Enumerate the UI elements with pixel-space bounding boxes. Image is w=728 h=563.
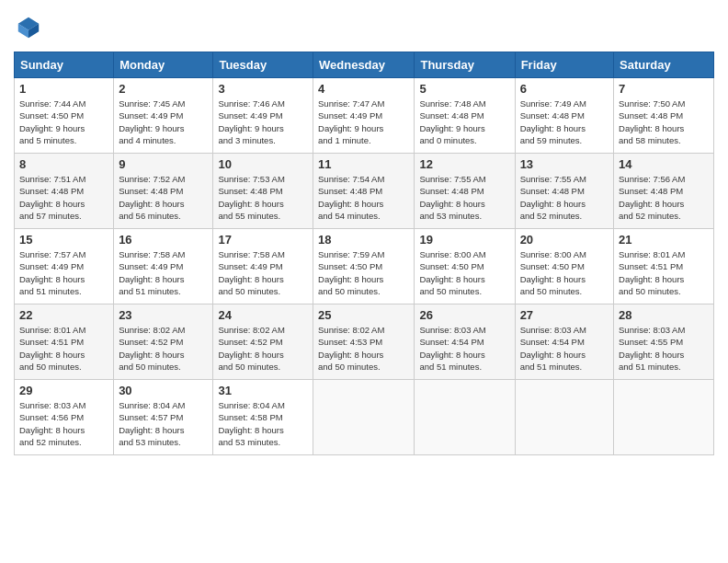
calendar-cell: 19Sunrise: 8:00 AM Sunset: 4:50 PM Dayli… bbox=[415, 229, 515, 304]
day-info: Sunrise: 8:04 AM Sunset: 4:57 PM Dayligh… bbox=[119, 399, 208, 448]
calendar-cell: 24Sunrise: 8:02 AM Sunset: 4:52 PM Dayli… bbox=[213, 304, 313, 380]
day-number: 28 bbox=[619, 308, 709, 322]
day-number: 14 bbox=[619, 157, 709, 171]
day-info: Sunrise: 7:58 AM Sunset: 4:49 PM Dayligh… bbox=[119, 248, 208, 297]
day-number: 7 bbox=[619, 82, 709, 96]
day-info: Sunrise: 8:04 AM Sunset: 4:58 PM Dayligh… bbox=[218, 399, 308, 448]
day-number: 4 bbox=[318, 82, 409, 96]
calendar-cell: 21Sunrise: 8:01 AM Sunset: 4:51 PM Dayli… bbox=[614, 229, 714, 304]
calendar-cell: 25Sunrise: 8:02 AM Sunset: 4:53 PM Dayli… bbox=[313, 304, 415, 380]
day-info: Sunrise: 7:55 AM Sunset: 4:48 PM Dayligh… bbox=[419, 173, 509, 222]
day-number: 27 bbox=[520, 308, 609, 322]
day-number: 22 bbox=[19, 308, 108, 322]
day-number: 10 bbox=[218, 157, 308, 171]
weekday-header-row: SundayMondayTuesdayWednesdayThursdayFrid… bbox=[15, 52, 714, 78]
calendar-cell: 28Sunrise: 8:03 AM Sunset: 4:55 PM Dayli… bbox=[614, 304, 714, 380]
day-number: 26 bbox=[419, 308, 509, 322]
day-info: Sunrise: 7:47 AM Sunset: 4:49 PM Dayligh… bbox=[318, 98, 409, 146]
calendar-cell: 5Sunrise: 7:48 AM Sunset: 4:48 PM Daylig… bbox=[415, 78, 515, 154]
logo-icon bbox=[16, 15, 41, 40]
week-row-3: 15Sunrise: 7:57 AM Sunset: 4:49 PM Dayli… bbox=[15, 229, 714, 304]
calendar-cell: 26Sunrise: 8:03 AM Sunset: 4:54 PM Dayli… bbox=[415, 304, 515, 380]
day-number: 12 bbox=[419, 157, 509, 171]
day-number: 17 bbox=[218, 233, 308, 247]
day-number: 13 bbox=[520, 157, 609, 171]
calendar-cell: 10Sunrise: 7:53 AM Sunset: 4:48 PM Dayli… bbox=[213, 154, 313, 229]
day-number: 15 bbox=[19, 233, 108, 247]
day-number: 16 bbox=[119, 233, 208, 247]
day-info: Sunrise: 7:56 AM Sunset: 4:48 PM Dayligh… bbox=[619, 173, 709, 222]
day-number: 18 bbox=[318, 233, 409, 247]
day-info: Sunrise: 7:49 AM Sunset: 4:48 PM Dayligh… bbox=[520, 98, 609, 146]
calendar-cell: 16Sunrise: 7:58 AM Sunset: 4:49 PM Dayli… bbox=[114, 229, 213, 304]
day-info: Sunrise: 8:01 AM Sunset: 4:51 PM Dayligh… bbox=[19, 324, 108, 373]
calendar-cell: 18Sunrise: 7:59 AM Sunset: 4:50 PM Dayli… bbox=[313, 229, 415, 304]
calendar-cell: 30Sunrise: 8:04 AM Sunset: 4:57 PM Dayli… bbox=[114, 380, 213, 455]
weekday-header-tuesday: Tuesday bbox=[213, 52, 313, 78]
calendar-cell: 27Sunrise: 8:03 AM Sunset: 4:54 PM Dayli… bbox=[515, 304, 613, 380]
calendar-cell: 22Sunrise: 8:01 AM Sunset: 4:51 PM Dayli… bbox=[15, 304, 114, 380]
header bbox=[14, 9, 714, 44]
calendar-cell bbox=[313, 380, 415, 455]
day-info: Sunrise: 8:03 AM Sunset: 4:56 PM Dayligh… bbox=[19, 399, 108, 448]
calendar-cell bbox=[415, 380, 515, 455]
day-number: 9 bbox=[119, 157, 208, 171]
calendar-cell: 23Sunrise: 8:02 AM Sunset: 4:52 PM Dayli… bbox=[114, 304, 213, 380]
day-info: Sunrise: 7:51 AM Sunset: 4:48 PM Dayligh… bbox=[19, 173, 108, 222]
calendar-cell: 9Sunrise: 7:52 AM Sunset: 4:48 PM Daylig… bbox=[114, 154, 213, 229]
day-number: 25 bbox=[318, 308, 409, 322]
day-info: Sunrise: 7:48 AM Sunset: 4:48 PM Dayligh… bbox=[419, 98, 509, 146]
day-info: Sunrise: 7:54 AM Sunset: 4:48 PM Dayligh… bbox=[318, 173, 409, 222]
calendar-cell: 2Sunrise: 7:45 AM Sunset: 4:49 PM Daylig… bbox=[114, 78, 213, 154]
calendar-cell: 29Sunrise: 8:03 AM Sunset: 4:56 PM Dayli… bbox=[15, 380, 114, 455]
day-number: 11 bbox=[318, 157, 409, 171]
calendar-cell: 31Sunrise: 8:04 AM Sunset: 4:58 PM Dayli… bbox=[213, 380, 313, 455]
calendar-cell: 17Sunrise: 7:58 AM Sunset: 4:49 PM Dayli… bbox=[213, 229, 313, 304]
calendar-cell: 15Sunrise: 7:57 AM Sunset: 4:49 PM Dayli… bbox=[15, 229, 114, 304]
calendar-cell: 11Sunrise: 7:54 AM Sunset: 4:48 PM Dayli… bbox=[313, 154, 415, 229]
day-info: Sunrise: 8:03 AM Sunset: 4:55 PM Dayligh… bbox=[619, 324, 709, 373]
day-info: Sunrise: 7:46 AM Sunset: 4:49 PM Dayligh… bbox=[218, 98, 308, 146]
day-number: 5 bbox=[419, 82, 509, 96]
calendar-cell: 20Sunrise: 8:00 AM Sunset: 4:50 PM Dayli… bbox=[515, 229, 613, 304]
weekday-header-sunday: Sunday bbox=[15, 52, 114, 78]
day-number: 8 bbox=[19, 157, 108, 171]
day-number: 30 bbox=[119, 384, 208, 397]
calendar-cell: 6Sunrise: 7:49 AM Sunset: 4:48 PM Daylig… bbox=[515, 78, 613, 154]
calendar-cell: 4Sunrise: 7:47 AM Sunset: 4:49 PM Daylig… bbox=[313, 78, 415, 154]
day-number: 6 bbox=[520, 82, 609, 96]
weekday-header-friday: Friday bbox=[515, 52, 613, 78]
weekday-header-saturday: Saturday bbox=[614, 52, 714, 78]
day-info: Sunrise: 8:03 AM Sunset: 4:54 PM Dayligh… bbox=[419, 324, 509, 373]
calendar-table: SundayMondayTuesdayWednesdayThursdayFrid… bbox=[14, 52, 714, 455]
day-number: 23 bbox=[119, 308, 208, 322]
calendar-cell bbox=[515, 380, 613, 455]
week-row-5: 29Sunrise: 8:03 AM Sunset: 4:56 PM Dayli… bbox=[15, 380, 714, 455]
calendar-cell bbox=[614, 380, 714, 455]
calendar-cell: 13Sunrise: 7:55 AM Sunset: 4:48 PM Dayli… bbox=[515, 154, 613, 229]
day-info: Sunrise: 7:55 AM Sunset: 4:48 PM Dayligh… bbox=[520, 173, 609, 222]
calendar-cell: 3Sunrise: 7:46 AM Sunset: 4:49 PM Daylig… bbox=[213, 78, 313, 154]
calendar-cell: 7Sunrise: 7:50 AM Sunset: 4:48 PM Daylig… bbox=[614, 78, 714, 154]
logo bbox=[14, 15, 45, 44]
day-info: Sunrise: 8:00 AM Sunset: 4:50 PM Dayligh… bbox=[419, 248, 509, 297]
page-container: SundayMondayTuesdayWednesdayThursdayFrid… bbox=[0, 0, 728, 469]
day-number: 2 bbox=[119, 82, 208, 96]
day-info: Sunrise: 7:53 AM Sunset: 4:48 PM Dayligh… bbox=[218, 173, 308, 222]
day-number: 3 bbox=[218, 82, 308, 96]
day-number: 20 bbox=[520, 233, 609, 247]
day-info: Sunrise: 7:57 AM Sunset: 4:49 PM Dayligh… bbox=[19, 248, 108, 297]
day-info: Sunrise: 7:52 AM Sunset: 4:48 PM Dayligh… bbox=[119, 173, 208, 222]
day-number: 21 bbox=[619, 233, 709, 247]
day-info: Sunrise: 7:44 AM Sunset: 4:50 PM Dayligh… bbox=[19, 98, 108, 146]
day-number: 24 bbox=[218, 308, 308, 322]
weekday-header-wednesday: Wednesday bbox=[313, 52, 415, 78]
day-info: Sunrise: 7:58 AM Sunset: 4:49 PM Dayligh… bbox=[218, 248, 308, 297]
calendar-cell: 12Sunrise: 7:55 AM Sunset: 4:48 PM Dayli… bbox=[415, 154, 515, 229]
week-row-4: 22Sunrise: 8:01 AM Sunset: 4:51 PM Dayli… bbox=[15, 304, 714, 380]
calendar-cell: 14Sunrise: 7:56 AM Sunset: 4:48 PM Dayli… bbox=[614, 154, 714, 229]
week-row-2: 8Sunrise: 7:51 AM Sunset: 4:48 PM Daylig… bbox=[15, 154, 714, 229]
calendar-cell: 1Sunrise: 7:44 AM Sunset: 4:50 PM Daylig… bbox=[15, 78, 114, 154]
day-info: Sunrise: 7:59 AM Sunset: 4:50 PM Dayligh… bbox=[318, 248, 409, 297]
day-number: 19 bbox=[419, 233, 509, 247]
